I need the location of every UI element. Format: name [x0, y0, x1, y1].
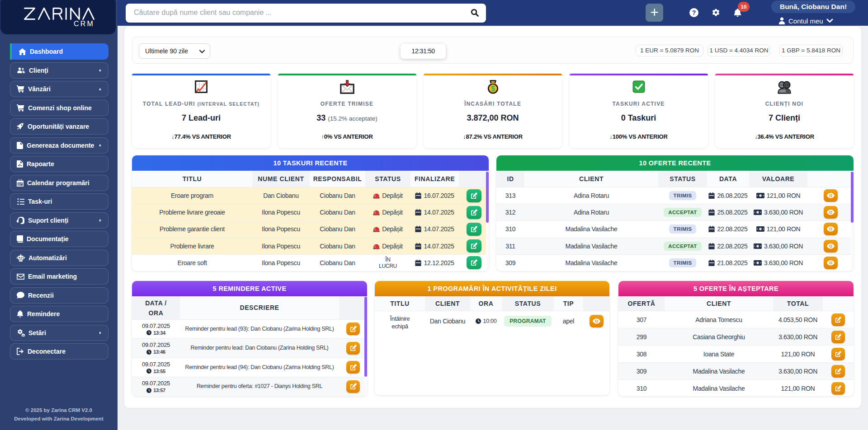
svg-text:CRM: CRM: [74, 20, 94, 28]
svg-text:$: $: [491, 85, 495, 93]
